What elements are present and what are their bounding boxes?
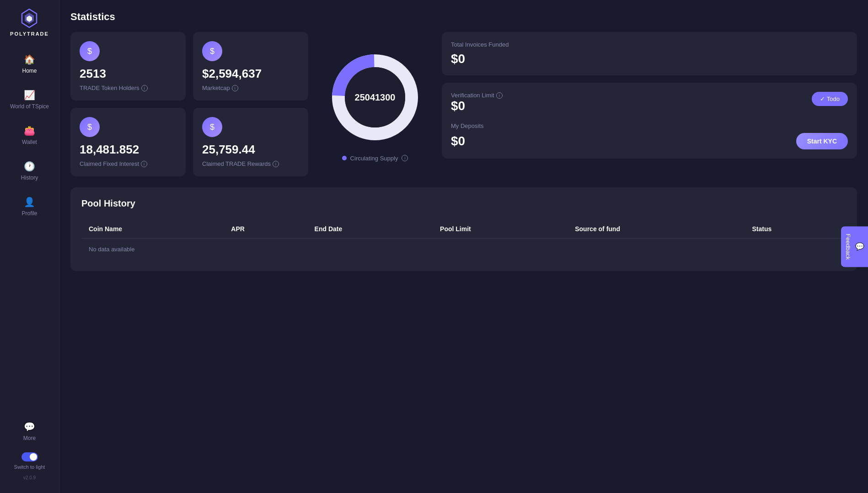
- stat-icon-fixed-interest: $: [80, 117, 100, 137]
- legend-dot: [342, 156, 347, 160]
- pool-table-header-row: Coin Name APR End Date Pool Limit Source…: [81, 220, 846, 239]
- wallet-icon: 👛: [23, 124, 36, 137]
- stats-cards: $ 2513 TRADE Token Holders i $ $2,594,63…: [70, 32, 308, 176]
- more-icon: 💬: [23, 420, 36, 433]
- col-source-of-fund: Source of fund: [568, 220, 745, 239]
- stat-label-trade-holders: TRADE Token Holders i: [80, 85, 177, 91]
- col-end-date: End Date: [307, 220, 433, 239]
- more-label: More: [23, 435, 36, 441]
- no-data-text: No data available: [89, 246, 134, 253]
- sidebar-item-world-of-tspice[interactable]: 📈 World of TSpice: [0, 83, 59, 115]
- sidebar-bottom: 💬 More Switch to light v2.0.9: [0, 409, 59, 486]
- sidebar-item-wallet[interactable]: 👛 Wallet: [0, 119, 59, 151]
- stat-label-trade-rewards: Claimed TRADE Rewards i: [202, 160, 299, 167]
- stat-value-marketcap: $2,594,637: [202, 67, 299, 81]
- stat-icon-trade-holders: $: [80, 41, 100, 61]
- stat-label-fixed-interest: Claimed Fixed Interest i: [80, 160, 177, 167]
- stat-card-trade-holders: $ 2513 TRADE Token Holders i: [70, 32, 186, 101]
- verification-limit-card: Verification Limit i $0 ✓ Todo My Deposi…: [442, 83, 857, 159]
- verification-limit-info: Verification Limit i $0: [451, 92, 503, 113]
- info-icon-marketcap[interactable]: i: [232, 85, 238, 91]
- col-apr: APR: [224, 220, 307, 239]
- info-icon-trade-rewards[interactable]: i: [273, 161, 279, 167]
- statistics-title: Statistics: [70, 11, 857, 23]
- pool-table-empty-row: No data available: [81, 239, 846, 260]
- sidebar-item-more[interactable]: 💬 More: [0, 415, 59, 447]
- feedback-label: Feedback: [845, 233, 852, 260]
- home-icon: 🏠: [23, 53, 36, 66]
- sidebar-item-profile[interactable]: 👤 Profile: [0, 190, 59, 222]
- toggle-knob: [30, 453, 37, 461]
- pool-history-section: Pool History Coin Name APR End Date Pool…: [70, 187, 857, 271]
- verification-title: Verification Limit: [451, 92, 494, 99]
- logo: POLYTRADE: [10, 7, 49, 37]
- stat-label-marketcap: Marketcap i: [202, 85, 299, 91]
- feedback-chat-icon: 💬: [855, 242, 864, 251]
- stat-icon-marketcap: $: [202, 41, 222, 61]
- nav-menu: 🏠 Home 📈 World of TSpice 👛 Wallet 🕐 Hist…: [0, 48, 59, 409]
- stat-value-trade-holders: 2513: [80, 67, 177, 81]
- deposits-row: $0 Start KYC: [451, 133, 848, 149]
- logo-icon: [18, 7, 40, 29]
- sidebar-item-history[interactable]: 🕐 History: [0, 154, 59, 186]
- stat-card-marketcap: $ $2,594,637 Marketcap i: [193, 32, 308, 101]
- sidebar-item-label-history: History: [21, 175, 38, 181]
- sidebar-item-label-home: Home: [22, 68, 37, 74]
- pool-history-title: Pool History: [81, 198, 846, 209]
- stats-layout: $ 2513 TRADE Token Holders i $ $2,594,63…: [70, 32, 857, 176]
- info-icon-verification[interactable]: i: [496, 92, 503, 99]
- total-invoices-value: $0: [451, 52, 848, 66]
- sidebar: POLYTRADE 🏠 Home 📈 World of TSpice 👛 Wal…: [0, 0, 59, 493]
- theme-switch-container: Switch to light: [14, 452, 45, 470]
- theme-toggle[interactable]: [21, 452, 38, 461]
- col-status: Status: [745, 220, 846, 239]
- donut-center-value: 25041300: [355, 92, 396, 102]
- right-panel: Total Invoices Funded $0 Verification Li…: [442, 32, 857, 176]
- stat-card-trade-rewards: $ 25,759.44 Claimed TRADE Rewards i: [193, 108, 308, 176]
- sidebar-item-label-profile: Profile: [21, 210, 37, 217]
- stat-card-fixed-interest: $ 18,481.852 Claimed Fixed Interest i: [70, 108, 186, 176]
- legend-label: Circulating Supply: [350, 155, 398, 162]
- total-invoices-card: Total Invoices Funded $0: [442, 32, 857, 75]
- chart-icon: 📈: [23, 89, 36, 101]
- stat-value-fixed-interest: 18,481.852: [80, 143, 177, 157]
- no-data-cell: No data available: [81, 239, 846, 260]
- deposits-value: $0: [451, 134, 465, 148]
- sidebar-item-label-wallet: Wallet: [22, 139, 37, 145]
- main-content: Statistics $ 2513 TRADE Token Holders i …: [59, 0, 868, 493]
- profile-icon: 👤: [23, 196, 36, 208]
- col-pool-limit: Pool Limit: [433, 220, 568, 239]
- version-text: v2.0.9: [23, 475, 36, 480]
- logo-text: POLYTRADE: [10, 31, 49, 37]
- info-icon-fixed-interest[interactable]: i: [141, 161, 147, 167]
- switch-label: Switch to light: [14, 464, 45, 470]
- verification-limit-row: Verification Limit i $0 ✓ Todo: [451, 92, 848, 113]
- pool-table-header: Coin Name APR End Date Pool Limit Source…: [81, 220, 846, 239]
- donut-wrapper: 25041300: [325, 47, 425, 148]
- verification-value: $0: [451, 99, 503, 113]
- pool-table-body: No data available: [81, 239, 846, 260]
- stat-icon-trade-rewards: $: [202, 117, 222, 137]
- history-icon: 🕐: [23, 160, 36, 173]
- chart-legend: Circulating Supply i: [342, 155, 408, 162]
- sidebar-item-home[interactable]: 🏠 Home: [0, 48, 59, 80]
- info-icon-trade-holders[interactable]: i: [141, 85, 148, 91]
- start-kyc-button[interactable]: Start KYC: [796, 133, 848, 149]
- donut-chart-container: 25041300 Circulating Supply i: [316, 32, 434, 176]
- sidebar-item-label-world: World of TSpice: [10, 103, 49, 110]
- pool-table: Coin Name APR End Date Pool Limit Source…: [81, 220, 846, 260]
- feedback-tab[interactable]: 💬 Feedback: [841, 226, 868, 267]
- info-icon-supply[interactable]: i: [402, 155, 408, 161]
- todo-button[interactable]: ✓ Todo: [812, 92, 848, 106]
- col-coin-name: Coin Name: [81, 220, 224, 239]
- total-invoices-title: Total Invoices Funded: [451, 41, 848, 48]
- stat-value-trade-rewards: 25,759.44: [202, 143, 299, 157]
- deposits-title: My Deposits: [451, 122, 848, 129]
